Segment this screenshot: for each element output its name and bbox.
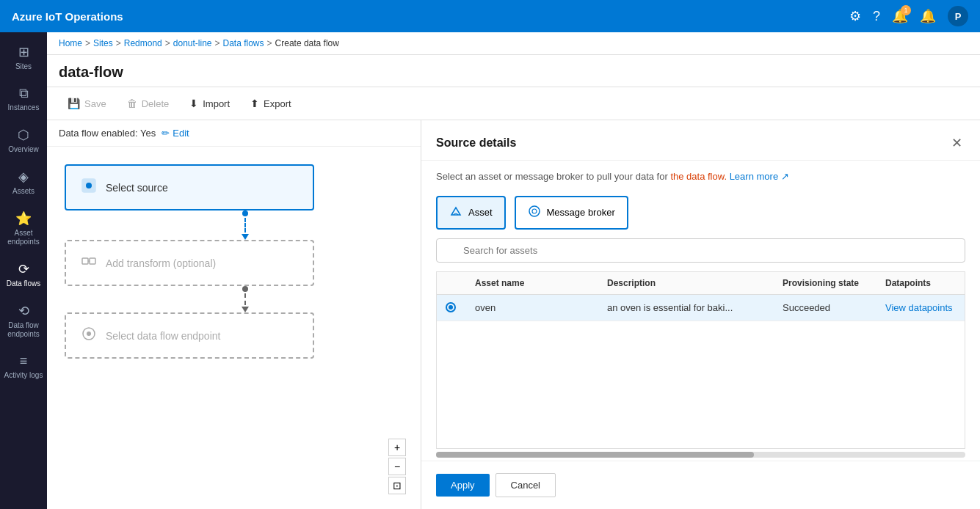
source-node[interactable]: Select source [65, 164, 314, 210]
zoom-out-button[interactable]: − [388, 458, 406, 475]
breadcrumb-data-flows[interactable]: Data flows [223, 38, 264, 48]
main-content: Home > Sites > Redmond > donut-line > Da… [47, 32, 980, 509]
sidebar-item-instances[interactable]: ⧉ Instances [0, 80, 47, 118]
asset-type-button[interactable]: Asset [436, 196, 506, 230]
connector-dot-1 [242, 210, 248, 216]
user-avatar[interactable]: P [948, 6, 968, 26]
svg-point-8 [532, 209, 537, 213]
zoom-fit-button[interactable]: ⊡ [388, 477, 406, 494]
breadcrumb-sep-4: > [215, 38, 220, 48]
export-label: Export [264, 98, 291, 109]
transform-node-label: Add transform (optional) [106, 257, 216, 269]
message-broker-icon [528, 205, 541, 221]
table-cell-description: an oven is essential for baki... [598, 295, 774, 321]
sidebar-label-sites: Sites [15, 62, 32, 71]
cancel-button[interactable]: Cancel [496, 473, 556, 497]
sidebar-label-data-flow-endpoints: Data flow endpoints [3, 321, 44, 339]
import-icon: ⬇ [189, 98, 198, 109]
settings-icon[interactable]: ⚙ [849, 8, 861, 24]
export-button[interactable]: ⬆ Export [242, 93, 300, 114]
notification-wrapper: 🔔 1 [892, 8, 908, 24]
sidebar-item-overview[interactable]: ⬡ Overview [0, 121, 47, 160]
sidebar-item-asset-endpoints[interactable]: ⭐ Asset endpoints [0, 205, 47, 252]
data-flow-endpoints-icon: ⟲ [18, 303, 29, 319]
zoom-in-button[interactable]: + [388, 439, 406, 456]
breadcrumb-current: Create data flow [275, 38, 339, 48]
sidebar-item-activity-logs[interactable]: ≡ Activity logs [0, 348, 47, 386]
page-title: data-flow [47, 55, 980, 87]
table-cell-datapoints[interactable]: View datapoints [876, 295, 965, 321]
left-panel: Data flow enabled: Yes ✏ Edit [47, 120, 421, 509]
assets-icon: ◈ [18, 169, 29, 185]
sidebar-item-data-flows[interactable]: ⟳ Data flows [0, 255, 47, 294]
breadcrumb-donut-line[interactable]: donut-line [173, 38, 212, 48]
svg-point-6 [87, 332, 91, 336]
nav-icons: ⚙ ? 🔔 1 🔔 P [849, 6, 968, 26]
connector-arrow-1 [242, 234, 249, 240]
sidebar-label-overview: Overview [8, 145, 39, 154]
breadcrumb-sites[interactable]: Sites [93, 38, 113, 48]
svg-rect-3 [90, 258, 95, 264]
sidebar-item-assets[interactable]: ◈ Assets [0, 163, 47, 202]
app-title: Azure IoT Operations [12, 10, 123, 23]
breadcrumb-sep-5: > [267, 38, 272, 48]
breadcrumb-redmond[interactable]: Redmond [124, 38, 162, 48]
delete-icon: 🗑 [127, 98, 137, 109]
scrollbar-thumb [436, 452, 754, 458]
connector-2 [87, 286, 403, 312]
search-input[interactable] [436, 238, 965, 263]
sidebar-item-data-flow-endpoints[interactable]: ⟲ Data flow endpoints [0, 297, 47, 345]
sidebar: ⊞ Sites ⧉ Instances ⬡ Overview ◈ Assets … [0, 32, 47, 509]
table-col-provisioning: Provisioning state [774, 272, 876, 294]
breadcrumb-sep-1: > [85, 38, 90, 48]
search-wrapper: 🔍 [436, 238, 965, 263]
top-navigation: Azure IoT Operations ⚙ ? 🔔 1 🔔 P [0, 0, 980, 32]
instances-icon: ⧉ [19, 86, 29, 101]
enabled-bar: Data flow enabled: Yes ✏ Edit [47, 120, 421, 147]
edit-link[interactable]: ✏ Edit [161, 128, 189, 139]
source-desc-highlight: the data flow. [670, 171, 727, 182]
apply-button[interactable]: Apply [436, 474, 490, 497]
toolbar: 💾 Save 🗑 Delete ⬇ Import ⬆ Export [47, 87, 980, 120]
endpoint-node[interactable]: Select data flow endpoint [65, 312, 314, 359]
endpoint-node-icon [81, 326, 97, 345]
scrollbar-track [436, 452, 965, 458]
enabled-text: Data flow enabled: Yes [59, 128, 156, 139]
transform-node[interactable]: Add transform (optional) [65, 240, 314, 286]
horizontal-scrollbar[interactable] [421, 449, 980, 461]
flow-canvas: Select source [47, 147, 421, 509]
import-button[interactable]: ⬇ Import [181, 93, 239, 114]
delete-label: Delete [142, 98, 170, 109]
message-broker-type-button[interactable]: Message broker [515, 196, 628, 230]
table-col-description: Description [598, 272, 774, 294]
radio-button[interactable] [446, 302, 456, 312]
connector-dashed-line-2 [244, 293, 246, 305]
sidebar-item-sites[interactable]: ⊞ Sites [0, 38, 47, 77]
sidebar-label-data-flows: Data flows [7, 279, 41, 288]
table-cell-provisioning: Succeeded [774, 295, 876, 321]
overview-icon: ⬡ [18, 127, 29, 143]
action-row: Apply Cancel [421, 461, 980, 509]
close-button[interactable]: ✕ [948, 132, 965, 154]
source-desc-text: Select an asset or message broker to pul… [436, 171, 670, 182]
message-broker-type-label: Message broker [547, 207, 615, 218]
table-col-datapoints: Datapoints [876, 272, 965, 294]
breadcrumb-home[interactable]: Home [59, 38, 82, 48]
svg-rect-2 [82, 258, 88, 264]
breadcrumb: Home > Sites > Redmond > donut-line > Da… [47, 32, 980, 55]
delete-button[interactable]: 🗑 Delete [118, 93, 178, 114]
source-description: Select an asset or message broker to pul… [421, 161, 980, 193]
app-layout: ⊞ Sites ⧉ Instances ⬡ Overview ◈ Assets … [0, 32, 980, 509]
sidebar-label-assets: Assets [12, 187, 35, 196]
help-icon[interactable]: ? [873, 9, 880, 24]
breadcrumb-sep-2: > [116, 38, 121, 48]
sidebar-label-instances: Instances [8, 103, 40, 112]
bell-icon[interactable]: 🔔 [920, 8, 936, 24]
source-type-row: Asset Message broker [421, 193, 980, 238]
sidebar-label-asset-endpoints: Asset endpoints [3, 229, 44, 246]
radio-dot-inner [449, 305, 453, 310]
search-row: 🔍 [421, 238, 980, 271]
save-button[interactable]: 💾 Save [59, 93, 115, 114]
table-row[interactable]: oven an oven is essential for baki... Su… [437, 295, 965, 321]
learn-more-link[interactable]: Learn more ↗ [730, 171, 789, 182]
